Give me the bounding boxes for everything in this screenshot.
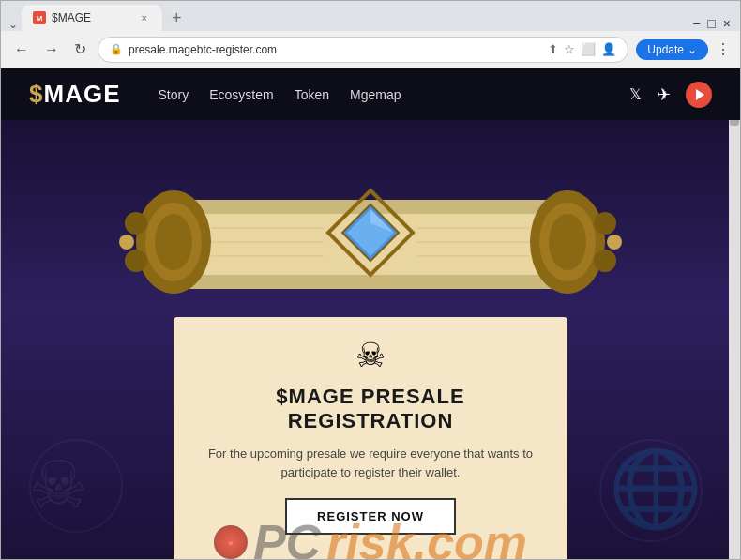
title-bar: ⌄ M $MAGE × + − □ × — [1, 1, 740, 31]
svg-point-6 — [125, 212, 147, 235]
svg-point-7 — [125, 250, 147, 272]
youtube-play-button[interactable] — [686, 82, 712, 108]
svg-point-14 — [607, 235, 622, 250]
site-navigation: $MAGE Story Ecosystem Token Mgemap 𝕏 ✈ — [1, 68, 740, 120]
svg-point-8 — [119, 235, 134, 250]
share-icon[interactable]: ⬆ — [548, 42, 558, 56]
nav-links: Story Ecosystem Token Mgemap — [158, 87, 401, 102]
nav-link-token[interactable]: Token — [295, 87, 329, 102]
tabs-row: ⌄ M $MAGE × + − □ × — [1, 1, 740, 31]
bg-globe-left-icon — [29, 439, 123, 533]
browser-frame: ⌄ M $MAGE × + − □ × ← → ↻ 🔒 presale.mage… — [0, 0, 741, 560]
minimize-button[interactable]: − — [692, 16, 700, 31]
scrollbar[interactable] — [729, 68, 740, 559]
site-logo: $MAGE — [29, 80, 120, 109]
update-chevron-icon: ⌄ — [688, 43, 697, 56]
play-triangle-icon — [696, 89, 704, 100]
website-content: $MAGE Story Ecosystem Token Mgemap 𝕏 ✈ — [1, 68, 740, 559]
close-window-button[interactable]: × — [723, 16, 731, 31]
address-bar-row: ← → ↻ 🔒 presale.magebtc-register.com ⬆ ☆… — [1, 31, 740, 68]
lock-icon: 🔒 — [110, 43, 123, 55]
refresh-button[interactable]: ↻ — [70, 37, 90, 62]
twitter-x-icon[interactable]: 𝕏 — [629, 85, 642, 103]
bookmark-icon[interactable]: ☆ — [564, 42, 575, 56]
presale-description: For the upcoming presale we require ever… — [202, 445, 539, 481]
svg-point-11 — [549, 214, 586, 270]
active-tab[interactable]: M $MAGE × — [22, 5, 162, 31]
watermark-logo: ● — [214, 525, 248, 559]
presale-title: $MAGE PRESALE REGISTRATION — [202, 385, 539, 433]
tab-title: $MAGE — [52, 11, 91, 24]
watermark: ● PC risk.com — [214, 514, 527, 559]
logo-dollar: $ — [29, 80, 43, 108]
nav-link-story[interactable]: Story — [158, 87, 189, 102]
nav-social: 𝕏 ✈ — [629, 82, 712, 108]
update-button[interactable]: Update ⌄ — [636, 39, 708, 60]
svg-point-12 — [594, 212, 616, 235]
skull-icon: ☠ — [355, 336, 386, 375]
scroll-svg — [98, 148, 643, 317]
hero-section: ☠ $MAGE PRESALE REGISTRATION For the upc… — [1, 120, 740, 559]
bg-globe-right-icon — [599, 439, 703, 542]
menu-button[interactable]: ⋮ — [716, 40, 731, 58]
chevron-down-icon: ⌄ — [8, 18, 18, 31]
forward-button[interactable]: → — [40, 38, 63, 62]
scroll-image — [89, 139, 652, 326]
maximize-button[interactable]: □ — [707, 16, 715, 31]
tab-favicon: M — [33, 11, 46, 24]
new-tab-button[interactable]: + — [162, 5, 191, 31]
svg-point-13 — [594, 250, 616, 272]
back-button[interactable]: ← — [10, 38, 33, 62]
telegram-icon[interactable]: ✈ — [657, 84, 671, 105]
watermark-text: risk.com — [326, 514, 527, 559]
nav-link-mgemap[interactable]: Mgemap — [350, 87, 401, 102]
profile-icon[interactable]: 👤 — [601, 42, 616, 56]
svg-point-5 — [155, 214, 192, 270]
nav-link-ecosystem[interactable]: Ecosystem — [209, 87, 273, 102]
address-icons: ⬆ ☆ ⬜ 👤 — [548, 42, 616, 56]
address-box[interactable]: 🔒 presale.magebtc-register.com ⬆ ☆ ⬜ 👤 — [98, 37, 628, 63]
extensions-icon[interactable]: ⬜ — [581, 42, 596, 56]
url-text: presale.magebtc-register.com — [129, 43, 542, 56]
tab-close-button[interactable]: × — [138, 10, 151, 25]
